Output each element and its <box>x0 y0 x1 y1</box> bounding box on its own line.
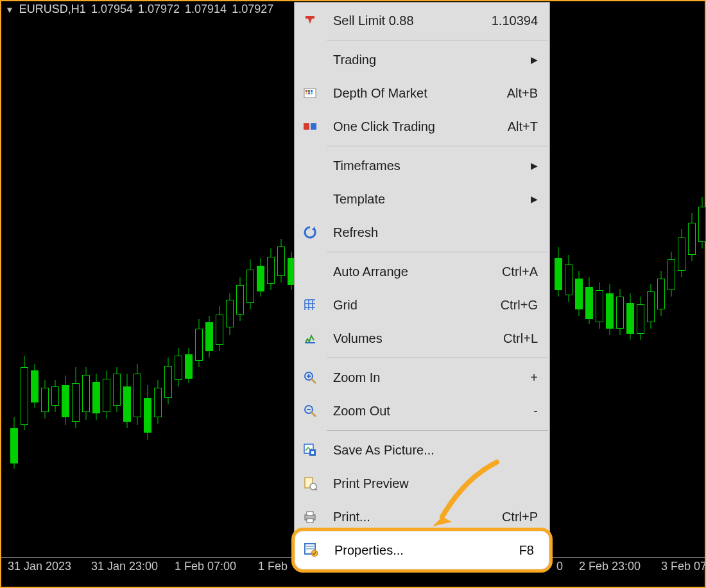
menu-item-label: Grid <box>333 298 486 313</box>
print-icon <box>301 508 319 526</box>
menu-item-template[interactable]: Template▶ <box>295 182 549 216</box>
axis-tick-label: 31 Jan 23:00 <box>91 560 158 573</box>
svg-rect-8 <box>311 123 316 130</box>
menu-item-label: Trading <box>333 53 531 67</box>
axis-tick-label: 2 Feb 23:00 <box>579 560 641 573</box>
submenu-arrow-icon: ▶ <box>531 160 538 171</box>
svg-rect-2 <box>308 90 310 92</box>
axis-tick-label: 1 Feb 07:00 <box>175 560 236 573</box>
menu-item-shortcut: Ctrl+A <box>486 264 538 279</box>
svg-rect-7 <box>304 123 309 130</box>
menu-item-save-pic[interactable]: Save As Picture... <box>295 433 549 467</box>
menu-item-depth[interactable]: Depth Of MarketAlt+B <box>295 76 549 110</box>
menu-item-shortcut: Alt+T <box>486 119 538 134</box>
menu-item-grid[interactable]: GridCtrl+G <box>295 288 549 322</box>
menu-item-shortcut: Ctrl+L <box>486 331 538 346</box>
menu-item-shortcut: + <box>486 370 538 385</box>
menu-item-refresh[interactable]: Refresh <box>295 216 549 249</box>
blank-icon <box>301 190 319 208</box>
menu-item-label: Volumes <box>333 331 486 346</box>
svg-rect-4 <box>306 92 307 94</box>
menu-item-volumes[interactable]: VolumesCtrl+L <box>295 322 549 355</box>
svg-rect-3 <box>311 90 313 92</box>
menu-item-trading[interactable]: Trading▶ <box>295 43 549 76</box>
menu-item-shortcut: 1.10394 <box>486 13 538 28</box>
svg-rect-24 <box>307 519 313 523</box>
menu-item-label: Template <box>333 192 531 207</box>
menu-item-shortcut: Alt+B <box>486 86 538 101</box>
menu-item-label: Sell Limit 0.88 <box>333 13 486 28</box>
menu-separator <box>327 430 548 431</box>
axis-tick-label: 1 Feb <box>258 560 288 573</box>
axis-tick-label: 31 Jan 2023 <box>8 560 71 573</box>
depth-grid-icon <box>301 84 319 102</box>
menu-separator <box>327 358 548 358</box>
menu-item-label: Properties... <box>334 543 519 558</box>
menu-item-one-click[interactable]: One Click TradingAlt+T <box>295 110 549 143</box>
menu-item-label: Depth Of Market <box>333 86 486 101</box>
menu-item-timeframes[interactable]: Timeframes▶ <box>295 149 549 182</box>
menu-item-label: Zoom In <box>333 370 486 385</box>
blank-icon <box>301 157 319 175</box>
print-prev-icon <box>301 474 319 492</box>
menu-item-shortcut: Ctrl+G <box>486 298 538 313</box>
zoom-out-icon <box>301 402 319 420</box>
menu-item-zoom-in[interactable]: Zoom In+ <box>295 361 549 394</box>
properties-icon <box>302 541 320 559</box>
svg-line-21 <box>315 489 317 490</box>
menu-item-sell-limit[interactable]: Sell Limit 0.881.10394 <box>295 4 549 37</box>
axis-tick-label: 0 <box>556 560 563 573</box>
blank-icon <box>301 51 319 69</box>
menu-item-print-prev[interactable]: Print Preview <box>295 467 549 500</box>
submenu-arrow-icon: ▶ <box>531 194 538 204</box>
menu-item-label: Auto Arrange <box>333 264 486 279</box>
menu-item-label: Timeframes <box>333 159 531 173</box>
svg-rect-6 <box>311 92 313 94</box>
chart-window[interactable]: ▼ EURUSD,H1 1.07954 1.07972 1.07914 1.07… <box>0 0 706 588</box>
submenu-arrow-icon: ▶ <box>531 55 538 65</box>
svg-line-14 <box>311 412 316 417</box>
arrow-down-red-icon <box>301 12 319 30</box>
grid-icon <box>301 296 319 314</box>
svg-rect-18 <box>311 451 314 454</box>
blank-icon <box>301 263 319 281</box>
menu-item-shortcut: F8 <box>519 543 549 558</box>
menu-item-label: Refresh <box>333 225 538 240</box>
menu-item-auto-arrange[interactable]: Auto ArrangeCtrl+A <box>295 255 549 288</box>
refresh-icon <box>301 223 319 241</box>
menu-item-label: Print Preview <box>333 476 538 491</box>
svg-line-10 <box>311 379 316 383</box>
axis-tick-label: 3 Feb 07 <box>661 560 706 573</box>
menu-item-label: One Click Trading <box>333 119 486 134</box>
volumes-icon <box>301 329 319 347</box>
menu-separator <box>327 146 548 146</box>
menu-item-label: Save As Picture... <box>333 443 538 458</box>
menu-item-properties-highlighted[interactable]: Properties... F8 <box>291 528 553 573</box>
menu-separator <box>327 252 548 252</box>
zoom-in-icon <box>301 368 319 386</box>
menu-item-zoom-out[interactable]: Zoom Out- <box>295 394 549 428</box>
svg-rect-5 <box>308 92 310 94</box>
menu-item-shortcut: - <box>486 404 538 419</box>
svg-rect-23 <box>307 512 313 515</box>
menu-item-label: Zoom Out <box>333 404 486 419</box>
save-pic-icon <box>301 441 319 459</box>
menu-separator <box>327 40 548 40</box>
menu-item-shortcut: Ctrl+P <box>486 510 538 524</box>
one-click-icon <box>301 117 319 135</box>
chart-context-menu[interactable]: Sell Limit 0.881.10394Trading▶Depth Of M… <box>294 2 550 534</box>
svg-rect-1 <box>306 90 307 92</box>
menu-item-label: Print... <box>333 510 486 524</box>
